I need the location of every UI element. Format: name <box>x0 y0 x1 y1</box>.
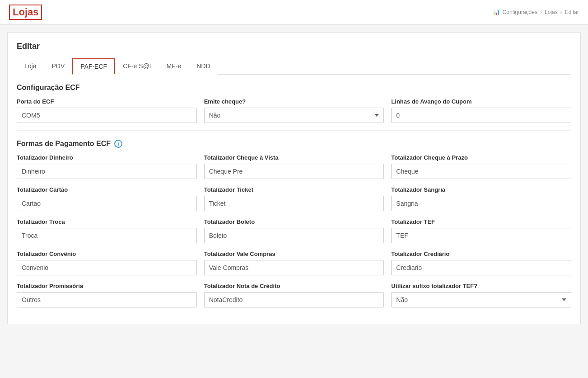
payment-group-3-2: Totalizador Crediário <box>391 250 571 275</box>
payment-group-3-0: Totalizador Convênio <box>17 250 197 275</box>
breadcrumb-icon: 📊 <box>493 9 500 15</box>
payment-label-1-0: Totalizador Cartão <box>17 186 197 193</box>
breadcrumb-item-lojas[interactable]: Lojas <box>545 9 558 15</box>
payment-label-2-2: Totalizador TEF <box>391 218 571 225</box>
payment-rows-container: Totalizador DinheiroTotalizador Cheque à… <box>17 154 571 307</box>
linhas-avanco-input[interactable] <box>391 108 571 123</box>
payment-label-4-0: Totalizador Promissória <box>17 283 197 289</box>
payment-row-2: Totalizador TrocaTotalizador BoletoTotal… <box>17 218 571 243</box>
payment-input-4-0[interactable] <box>17 292 197 307</box>
section-divider <box>17 130 571 131</box>
payment-section-header: Formas de Pagamento ECF i <box>17 140 571 148</box>
payment-input-0-2[interactable] <box>391 164 571 179</box>
payment-group-2-2: Totalizador TEF <box>391 218 571 243</box>
payment-row-0: Totalizador DinheiroTotalizador Cheque à… <box>17 154 571 179</box>
edit-section-title: Editar <box>17 42 571 51</box>
porta-ecf-group: Porta do ECF <box>17 98 197 123</box>
payment-group-0-1: Totalizador Cheque à Vista <box>204 154 384 179</box>
linhas-avanco-label: Linhas de Avanço do Cupom <box>391 98 571 105</box>
payment-input-3-0[interactable] <box>17 260 197 275</box>
payment-group-0-2: Totalizador Cheque à Prazo <box>391 154 571 179</box>
payment-group-4-0: Totalizador Promissória <box>17 283 197 307</box>
payment-label-4-2: Utilizar sufixo totalizador TEF? <box>391 283 571 289</box>
payment-group-2-1: Totalizador Boleto <box>204 218 384 243</box>
payment-input-2-1[interactable] <box>204 228 384 243</box>
breadcrumb: 📊 Configurações › Lojas › Editar <box>493 9 579 15</box>
payment-label-3-0: Totalizador Convênio <box>17 250 197 257</box>
porta-ecf-label: Porta do ECF <box>17 98 197 105</box>
payment-input-0-1[interactable] <box>204 164 384 179</box>
payment-label-2-1: Totalizador Boleto <box>204 218 384 225</box>
payment-input-2-2[interactable] <box>391 228 571 243</box>
payment-label-3-1: Totalizador Vale Compras <box>204 250 384 257</box>
payment-label-1-1: Totalizador Ticket <box>204 186 384 193</box>
linhas-avanco-group: Linhas de Avanço do Cupom <box>391 98 571 123</box>
info-icon[interactable]: i <box>114 140 122 148</box>
main-content: Editar Loja PDV PAF-ECF CF-e S@t MF-e ND… <box>7 32 581 324</box>
ecf-config-row: Porta do ECF Emite cheque? Não Sim Linha… <box>17 98 571 123</box>
emite-cheque-select[interactable]: Não Sim <box>204 108 384 123</box>
payment-group-3-1: Totalizador Vale Compras <box>204 250 384 275</box>
payment-row-1: Totalizador CartãoTotalizador TicketTota… <box>17 186 571 211</box>
payment-group-1-2: Totalizador Sangria <box>391 186 571 211</box>
payment-group-1-0: Totalizador Cartão <box>17 186 197 211</box>
payment-input-1-0[interactable] <box>17 196 197 211</box>
breadcrumb-item-editar: Editar <box>565 9 579 15</box>
tab-paf-ecf[interactable]: PAF-ECF <box>72 58 115 75</box>
tab-bar: Loja PDV PAF-ECF CF-e S@t MF-e NDD <box>17 58 571 75</box>
payment-group-0-0: Totalizador Dinheiro <box>17 154 197 179</box>
tab-pdv[interactable]: PDV <box>44 58 72 75</box>
payment-input-4-1[interactable] <box>204 292 384 307</box>
page-title: Lojas <box>9 5 42 20</box>
tab-loja[interactable]: Loja <box>17 58 44 75</box>
payment-label-3-2: Totalizador Crediário <box>391 250 571 257</box>
payment-row-3: Totalizador ConvênioTotalizador Vale Com… <box>17 250 571 275</box>
payment-label-0-0: Totalizador Dinheiro <box>17 154 197 161</box>
tab-cfe-sat[interactable]: CF-e S@t <box>115 58 159 75</box>
payment-input-1-1[interactable] <box>204 196 384 211</box>
page-header: Lojas 📊 Configurações › Lojas › Editar <box>0 0 588 25</box>
breadcrumb-item-config[interactable]: Configurações <box>503 9 537 15</box>
emite-cheque-label: Emite cheque? <box>204 98 384 105</box>
emite-cheque-group: Emite cheque? Não Sim <box>204 98 384 123</box>
payment-label-2-0: Totalizador Troca <box>17 218 197 225</box>
payment-label-4-1: Totalizador Nota de Crédito <box>204 283 384 289</box>
payment-row-4: Totalizador PromissóriaTotalizador Nota … <box>17 283 571 307</box>
payment-group-1-1: Totalizador Ticket <box>204 186 384 211</box>
payment-label-0-2: Totalizador Cheque à Prazo <box>391 154 571 161</box>
payment-input-1-2[interactable] <box>391 196 571 211</box>
payment-label-0-1: Totalizador Cheque à Vista <box>204 154 384 161</box>
payment-label-1-2: Totalizador Sangria <box>391 186 571 193</box>
porta-ecf-input[interactable] <box>17 108 197 123</box>
payment-group-4-2: Utilizar sufixo totalizador TEF?NãoSim <box>391 283 571 307</box>
payment-input-2-0[interactable] <box>17 228 197 243</box>
payment-group-4-1: Totalizador Nota de Crédito <box>204 283 384 307</box>
payment-input-0-0[interactable] <box>17 164 197 179</box>
payment-select-4-2[interactable]: NãoSim <box>391 292 571 307</box>
payment-input-3-2[interactable] <box>391 260 571 275</box>
payment-section-title: Formas de Pagamento ECF <box>17 140 111 148</box>
payment-input-3-1[interactable] <box>204 260 384 275</box>
payment-group-2-0: Totalizador Troca <box>17 218 197 243</box>
tab-ndd[interactable]: NDD <box>189 58 218 75</box>
tab-mfe[interactable]: MF-e <box>159 58 189 75</box>
ecf-config-title: Configuração ECF <box>17 84 571 92</box>
